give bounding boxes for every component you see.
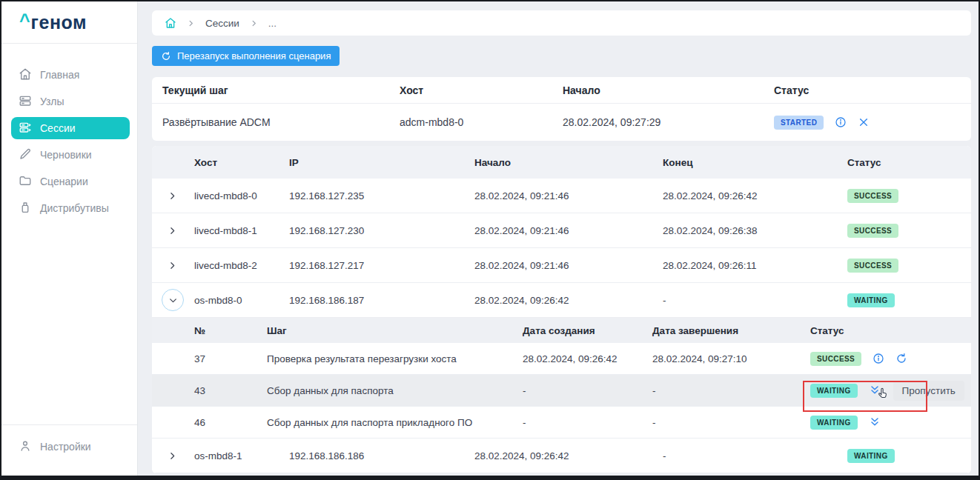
sidebar-item-label: Черновики bbox=[40, 149, 92, 161]
step-name: Сбор данных для паспорта прикладного ПО bbox=[267, 417, 523, 428]
col-ip: IP bbox=[289, 157, 474, 168]
col-status: Статус bbox=[774, 84, 961, 96]
host-value: livecd-mbd8-1 bbox=[194, 225, 289, 236]
home-icon bbox=[19, 67, 32, 83]
current-step-table-header: Текущий шаг Хост Начало Статус bbox=[152, 77, 971, 104]
sidebar-item-label: Сессии bbox=[40, 122, 76, 134]
host-row-livecd-mbd8-0: livecd-mbd8-0 192.168.127.235 28.02.2024… bbox=[152, 179, 971, 213]
collapse-chevron-icon[interactable] bbox=[162, 289, 184, 311]
restart-icon bbox=[161, 51, 171, 61]
col-step: Шаг bbox=[267, 325, 523, 336]
step-name: Проверка результата перезагрузки хоста bbox=[267, 353, 523, 364]
created-value: - bbox=[523, 417, 652, 428]
expand-chevron-icon[interactable] bbox=[168, 191, 194, 201]
folder-icon bbox=[19, 174, 32, 190]
start-value: 28.02.2024, 09:21:46 bbox=[474, 225, 663, 236]
sidebar-item-nodes[interactable]: Узлы bbox=[11, 90, 130, 113]
expand-chevron-icon[interactable] bbox=[168, 226, 194, 236]
step-name: Сбор данных для паспорта bbox=[267, 385, 523, 396]
current-step-value: Развёртывание ADCM bbox=[162, 116, 400, 128]
sidebar-item-scenarios[interactable]: Сценарии bbox=[11, 170, 130, 193]
logo-text: геном bbox=[31, 12, 87, 33]
created-value: - bbox=[523, 385, 652, 396]
col-end: Конец bbox=[663, 157, 847, 168]
end-value: 28.02.2024, 09:26:38 bbox=[663, 225, 847, 236]
sidebar-item-settings[interactable]: Настройки bbox=[11, 436, 130, 458]
sidebar-item-drafts[interactable]: Черновики bbox=[11, 144, 130, 166]
status-badge: WAITING bbox=[847, 293, 895, 307]
status-badge: WAITING bbox=[847, 449, 895, 463]
host-row-os-mbd8-1: os-mbd8-1 192.168.186.186 28.02.2024, 09… bbox=[152, 439, 971, 473]
restart-step-icon[interactable] bbox=[895, 353, 907, 364]
start-value: 28.02.2024, 09:21:46 bbox=[474, 260, 663, 271]
col-start: Начало bbox=[474, 157, 663, 168]
expand-chevron-icon[interactable] bbox=[168, 261, 194, 270]
sidebar-item-distributions[interactable]: Дистрибутивы bbox=[11, 197, 130, 219]
current-step-row: Развёртывание ADCM adcm-mbd8-0 28.02.202… bbox=[152, 104, 971, 141]
steps-table: № Шаг Дата создания Дата завершения Стат… bbox=[152, 318, 971, 439]
nodes-icon bbox=[19, 94, 32, 110]
breadcrumb-home-icon[interactable] bbox=[165, 17, 176, 29]
col-current-step: Текущий шаг bbox=[162, 84, 400, 96]
col-status: Статус bbox=[847, 157, 971, 168]
sidebar: ^ геном Главная Узлы Сессии Черновики bbox=[1, 1, 138, 476]
host-value: os-mbd8-0 bbox=[194, 295, 289, 306]
created-value: 28.02.2024, 09:26:42 bbox=[523, 353, 652, 364]
skip-step-icon[interactable] bbox=[869, 384, 881, 396]
host-value: livecd-mbd8-2 bbox=[194, 260, 289, 271]
hosts-table: Хост IP Начало Конец Статус livecd-mbd8-… bbox=[152, 146, 971, 473]
hosts-table-header: Хост IP Начало Конец Статус bbox=[152, 146, 971, 179]
finished-value: 28.02.2024, 09:27:10 bbox=[652, 353, 810, 364]
ip-value: 192.168.127.235 bbox=[289, 190, 474, 201]
sidebar-item-sessions[interactable]: Сессии bbox=[11, 117, 130, 139]
info-icon[interactable] bbox=[873, 353, 884, 364]
status-badge: SUCCESS bbox=[847, 189, 898, 203]
sidebar-item-label: Сценарии bbox=[40, 176, 88, 187]
host-value: livecd-mbd8-0 bbox=[194, 190, 289, 201]
usb-drive-icon bbox=[19, 201, 32, 216]
step-row-43: 43 Сбор данных для паспорта - - WAITING … bbox=[152, 375, 971, 407]
main-content: Сессии ... Перезапуск выполнения сценари… bbox=[138, 1, 979, 476]
sidebar-bottom: Настройки bbox=[1, 424, 137, 476]
sidebar-item-label: Узлы bbox=[40, 96, 64, 107]
status-badge: SUCCESS bbox=[847, 259, 898, 273]
ip-value: 192.168.186.186 bbox=[289, 450, 474, 461]
step-num: 43 bbox=[194, 385, 267, 396]
cancel-session-icon[interactable] bbox=[858, 116, 870, 128]
chevron-right-icon bbox=[250, 19, 258, 27]
host-row-os-mbd8-0: os-mbd8-0 192.168.186.187 28.02.2024, 09… bbox=[152, 283, 971, 318]
expand-chevron-icon[interactable] bbox=[168, 451, 194, 461]
col-num: № bbox=[194, 325, 267, 336]
start-value: 28.02.2024, 09:21:46 bbox=[474, 190, 663, 201]
start-value: 28.02.2024, 09:26:42 bbox=[474, 295, 663, 306]
ip-value: 192.168.127.230 bbox=[289, 225, 474, 236]
current-step-table: Текущий шаг Хост Начало Статус Развёртыв… bbox=[152, 77, 971, 141]
step-num: 37 bbox=[194, 353, 267, 364]
restart-button-label: Перезапуск выполнения сценария bbox=[177, 50, 331, 61]
info-icon[interactable] bbox=[835, 116, 847, 128]
step-num: 46 bbox=[194, 417, 267, 428]
col-start: Начало bbox=[563, 84, 774, 96]
end-value: 28.02.2024, 09:26:11 bbox=[663, 260, 847, 271]
restart-scenario-button[interactable]: Перезапуск выполнения сценария bbox=[152, 46, 340, 66]
col-created: Дата создания bbox=[523, 325, 652, 336]
ip-value: 192.168.186.187 bbox=[289, 295, 474, 306]
finished-value: - bbox=[652, 417, 810, 428]
col-finished: Дата завершения bbox=[652, 325, 810, 336]
host-row-livecd-mbd8-2: livecd-mbd8-2 192.168.127.217 28.02.2024… bbox=[152, 248, 971, 283]
sidebar-item-label: Настройки bbox=[40, 441, 91, 453]
skip-step-icon[interactable] bbox=[869, 416, 881, 428]
col-host: Хост bbox=[400, 84, 563, 96]
breadcrumb: Сессии ... bbox=[152, 10, 971, 36]
sidebar-item-main[interactable]: Главная bbox=[11, 64, 130, 86]
status-badge: SUCCESS bbox=[847, 224, 898, 238]
logo: ^ геном bbox=[1, 1, 137, 44]
breadcrumb-sessions-link[interactable]: Сессии bbox=[205, 18, 239, 29]
end-value: - bbox=[663, 450, 847, 461]
start-value: 28.02.2024, 09:26:42 bbox=[474, 450, 663, 461]
status-badge: WAITING bbox=[810, 416, 858, 430]
status-badge: WAITING bbox=[810, 384, 858, 398]
skip-tooltip[interactable]: Пропустить bbox=[893, 381, 964, 401]
start-value: 28.02.2024, 09:27:29 bbox=[563, 116, 774, 128]
sessions-icon bbox=[19, 121, 32, 136]
